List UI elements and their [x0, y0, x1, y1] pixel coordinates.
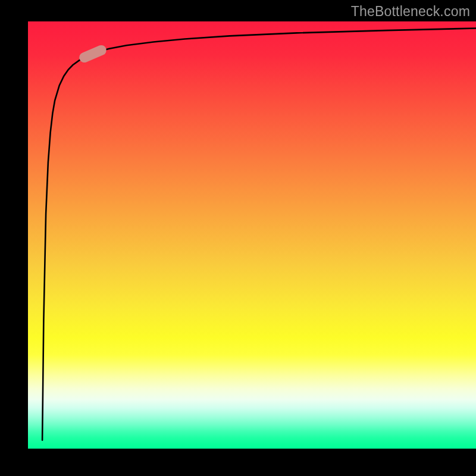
chart-curve [28, 21, 476, 449]
curve-path [42, 28, 476, 440]
watermark-text: TheBottleneck.com [351, 4, 470, 20]
